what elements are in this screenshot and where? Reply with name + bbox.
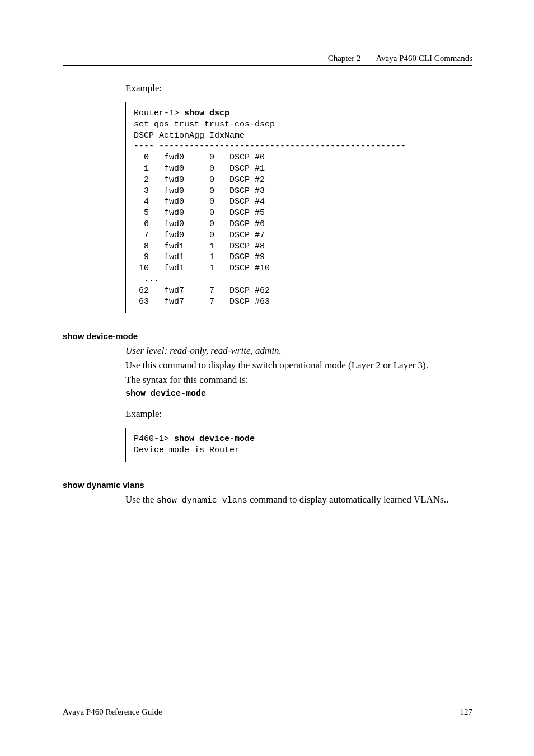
output-row: 0 fwd0 0 DSCP #0 [134, 153, 265, 162]
syntax-command: show device-mode [125, 389, 472, 398]
output-row: 9 fwd1 1 DSCP #9 [134, 252, 265, 262]
page-footer: Avaya P460 Reference Guide 127 [63, 705, 472, 717]
user-level: User level: read-only, read-write, admin… [125, 345, 472, 356]
example-label: Example: [125, 83, 472, 94]
output-row: 2 fwd0 0 DSCP #2 [134, 175, 265, 185]
chapter-label: Chapter 2 [328, 54, 361, 63]
output-row: 10 fwd1 1 DSCP #10 [134, 264, 270, 273]
output-line: DSCP ActionAgg IdxName [134, 131, 245, 140]
output-row: 6 fwd0 0 DSCP #6 [134, 219, 265, 229]
running-header: Chapter 2 Avaya P460 CLI Commands [63, 54, 472, 66]
output-row: ... [134, 275, 159, 284]
syntax-intro: The syntax for this command is: [125, 374, 472, 386]
chapter-title: Avaya P460 CLI Commands [376, 54, 472, 63]
output-row: 4 fwd0 0 DSCP #4 [134, 197, 265, 206]
section-heading-dynamic-vlans: show dynamic vlans [63, 480, 472, 490]
text: Use the [125, 494, 157, 505]
output-row: 63 fwd7 7 DSCP #63 [134, 297, 270, 307]
example-label: Example: [125, 408, 472, 420]
section-heading-device-mode: show device-mode [63, 331, 472, 341]
description: Use this command to display the switch o… [125, 360, 472, 371]
code-block-device-mode: P460-1> show device-mode Device mode is … [125, 428, 472, 462]
inline-command: show dynamic vlans [157, 496, 247, 505]
command: show device-mode [174, 434, 255, 444]
output-line: ---- -----------------------------------… [134, 142, 406, 151]
text: command to display automatically learned… [247, 494, 448, 505]
description: Use the show dynamic vlans command to di… [125, 494, 472, 505]
command: show dscp [184, 109, 229, 118]
footer-left: Avaya P460 Reference Guide [63, 707, 162, 717]
code-block-show-dscp: Router-1> show dscp set qos trust trust-… [125, 102, 472, 313]
output-row: 8 fwd1 1 DSCP #8 [134, 242, 265, 251]
body: Example: Router-1> show dscp set qos tru… [125, 83, 472, 505]
output-row: 62 fwd7 7 DSCP #62 [134, 286, 270, 295]
prompt: Router-1> [134, 109, 184, 118]
output-row: 7 fwd0 0 DSCP #7 [134, 231, 265, 240]
output-row: 5 fwd0 0 DSCP #5 [134, 208, 265, 218]
output-line: Device mode is Router [134, 445, 240, 455]
page-number: 127 [460, 707, 473, 717]
page: Chapter 2 Avaya P460 CLI Commands Exampl… [0, 0, 534, 756]
output-row: 3 fwd0 0 DSCP #3 [134, 186, 265, 196]
output-line: set qos trust trust-cos-dscp [134, 120, 275, 129]
output-row: 1 fwd0 0 DSCP #1 [134, 164, 265, 173]
prompt: P460-1> [134, 434, 174, 444]
